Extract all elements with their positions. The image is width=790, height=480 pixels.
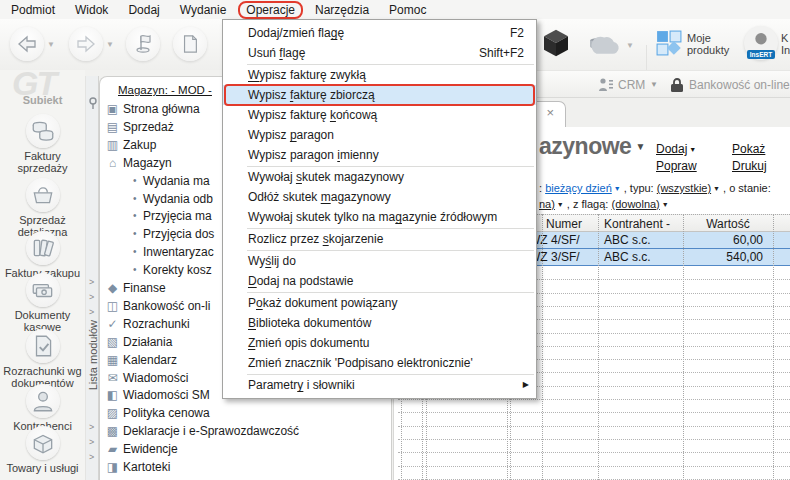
module-sprzedaż-detaliczna[interactable]: Sprzedaż detaliczna [0,178,85,238]
action-link-dodaj[interactable]: Dodaj▼ [656,142,696,156]
action-link-drukuj[interactable]: Drukuj [732,159,767,173]
menu-item-biblioteka-dokumentów[interactable]: Biblioteka dokumentów [223,313,536,333]
cube-icon [540,27,572,59]
tree-item-label: Magazyn [123,154,172,172]
tree-item-label: Sprzedaż [123,118,174,136]
menu-item-wyślij-do[interactable]: Wyślij do [223,251,536,271]
menubar-item-wydanie[interactable]: Wydanie [170,2,237,18]
basket-icon [26,178,60,212]
menu-item-wypisz-fakturę-końcową[interactable]: Wypisz fakturę końcową [223,105,536,125]
menu-item-wywołaj-skutek-tylko-na-magazynie-źródłowym[interactable]: Wywołaj skutek tylko na magazynie źródło… [223,207,536,227]
bullet-icon: • [133,172,137,190]
pin-icon[interactable] [88,96,98,114]
menubar-item-narzędzia[interactable]: Narzędzia [305,2,379,18]
tree-item-polityka-cenowa[interactable]: ▨Polityka cenowa [100,404,391,422]
grid-hline [398,452,790,453]
menu-item-label: Dodaj na podstawie [248,274,353,288]
menubar-item-widok[interactable]: Widok [65,2,118,18]
cloud-dropdown-icon[interactable]: ▼ [626,41,634,50]
filter-link[interactable]: bieżący dzień [545,182,612,194]
menu-item-label: Wyślij do [248,254,296,268]
menu-item-label: Wypisz fakturę końcową [248,108,377,122]
module-rozrachunki-wg-dokumentów[interactable]: Rozrachunki wg dokumentów [0,329,85,389]
cube-button[interactable] [540,27,572,63]
forward-dropdown-icon[interactable]: ▼ [106,40,114,49]
coins-icon [26,114,60,148]
document-button[interactable] [173,27,207,61]
tree-item-label: Polityka cenowa [123,404,210,422]
box-icon: ▥ [105,136,120,154]
menu-item-zmień-opis-dokumentu[interactable]: Zmień opis dokumentu [223,333,536,353]
action-link-popraw[interactable]: Popraw [656,159,697,173]
banking-button[interactable]: Bankowość on-line [689,78,790,92]
bullet-icon: • [133,243,137,261]
filter-text: ▼ [555,201,564,208]
cloud-button[interactable] [583,31,623,61]
chevron-right-icon[interactable]: > [89,292,94,302]
module-dokumenty-kasowe[interactable]: Dokumenty kasowe [0,273,85,333]
filter-link[interactable]: (dowolna) [611,198,659,210]
grid-hline [398,412,790,413]
module-strip-label[interactable]: Lista modułów [87,320,99,390]
back-button[interactable] [10,27,44,61]
tree-item-label: Zakup [123,136,156,154]
menu-item-zmień-znacznik-podpisano-elektronicznie[interactable]: Zmień znacznik 'Podpisano elektronicznie… [223,353,536,373]
chevron-right-icon[interactable]: > [89,437,94,447]
chevron-right-icon[interactable]: > [89,452,94,462]
menu-item-wypisz-fakturę-zbiorczą[interactable]: Wypisz fakturę zbiorczą [223,85,536,105]
module-faktury-sprzedaży[interactable]: Faktury sprzedaży [0,114,85,174]
menu-item-usuń-flagę[interactable]: Usuń flagęShift+F2 [223,43,536,63]
page-title[interactable]: azynowe▼ [539,133,645,160]
column-header-kontrahent[interactable]: Kontrahent - [604,216,670,232]
crm-dropdown-icon[interactable]: ▼ [650,80,658,89]
menu-item-wypisz-paragon[interactable]: Wypisz paragon [223,125,536,145]
menu-item-label: Pokaż dokument powiązany [248,296,397,310]
menu-item-pokaż-dokument-powiązany[interactable]: Pokaż dokument powiązany [223,293,536,313]
moje-produkty-button[interactable] [656,30,682,60]
warehouse-selector-link[interactable]: Magazyn: - MOD - [118,84,212,96]
menu-item-wypisz-fakturę-zwykłą[interactable]: Wypisz fakturę zwykłą [223,65,536,85]
module-kontrahenci[interactable]: Kontrahenci [0,384,85,432]
menubar-item-operacje[interactable]: Operacje [236,2,305,18]
boxgear-icon [26,426,60,460]
menu-item-dodaj-zmień-flagę[interactable]: Dodaj/zmień flagęF2 [223,23,536,43]
close-icon[interactable]: × [546,105,554,120]
module-label: Towary i usługi [0,462,85,474]
menu-item-wywołaj-skutek-magazynowy[interactable]: Wywołaj skutek magazynowy [223,167,536,187]
flag-button[interactable] [126,27,160,61]
filter-text: ▼ [660,201,669,208]
filter-link[interactable]: na) [539,198,555,210]
back-dropdown-icon[interactable]: ▼ [47,40,55,49]
action-link-pokaż[interactable]: Pokaż [732,142,765,156]
sms-icon: ◧ [105,386,120,404]
crm-button[interactable]: CRM [618,78,645,92]
chevron-right-icon[interactable]: > [89,277,94,287]
column-header-wartość[interactable]: Wartość [683,216,773,232]
tree-item-label: Ewidencje [123,440,178,458]
chevron-right-icon[interactable]: > [89,307,94,317]
filter-link[interactable]: (wszystkie) [657,182,711,194]
tree-item-deklaracje-i-e-sprawozdawczość[interactable]: ▩Deklaracje i e-Sprawozdawczość [100,422,391,440]
module-towary-i-usługi[interactable]: Towary i usługi [0,426,85,474]
chevron-right-icon[interactable]: > [89,422,94,432]
house-icon: ⌂ [105,154,120,172]
menu-item-wypisz-paragon-imienny[interactable]: Wypisz paragon imienny [223,145,536,165]
menubar-item-dodaj[interactable]: Dodaj [118,2,169,18]
menu-item-odłóż-skutek-magazynowy[interactable]: Odłóż skutek magazynowy [223,187,536,207]
menu-item-parametry-i-słowniki[interactable]: Parametry i słowniki▶ [223,375,536,395]
tree-item-label: Rozrachunki [123,315,190,333]
menubar-item-pomoc[interactable]: Pomoc [379,2,436,18]
menu-item-dodaj-na-podstawie[interactable]: Dodaj na podstawie [223,271,536,291]
module-faktury-zakupu[interactable]: Faktury zakupu [0,231,85,279]
tree-item-kartoteki[interactable]: ◨Kartoteki [100,458,391,476]
tree-item-ewidencje[interactable]: ▰Ewidencje [100,440,391,458]
menubar-item-podmiot[interactable]: Podmiot [1,2,65,18]
column-header-numer[interactable]: Numer [546,216,582,232]
grid-hline [398,399,790,400]
forward-button[interactable] [69,27,103,61]
cell-wartosc: 60,00 [683,232,763,248]
bullet-icon: • [133,225,137,243]
menu-item-rozlicz-przez-skojarzenie[interactable]: Rozlicz przez skojarzenie [223,229,536,249]
app-window: PodmiotWidokDodajWydanieOperacjeNarzędzi… [0,0,790,480]
tree-item-label: Finanse [123,279,166,297]
